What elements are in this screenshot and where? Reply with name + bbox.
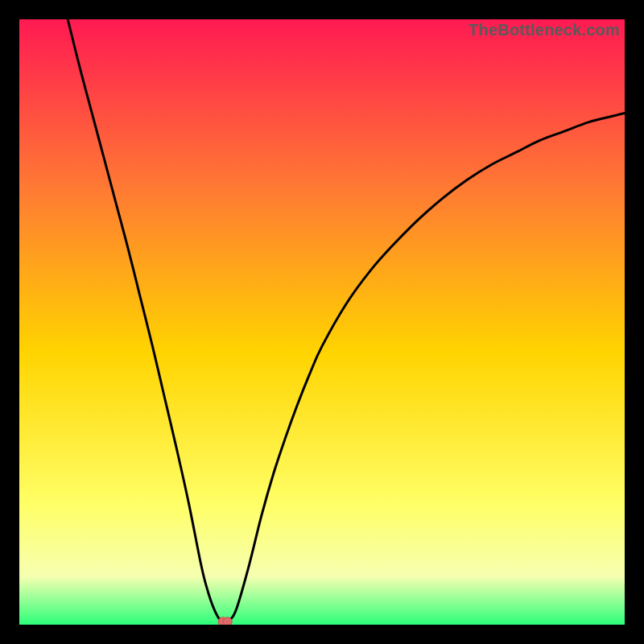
chart-frame: TheBottleneck.com bbox=[0, 0, 644, 644]
optimum-marker bbox=[218, 617, 232, 625]
gradient-background bbox=[19, 19, 625, 625]
plot-area: TheBottleneck.com bbox=[19, 19, 625, 625]
bottleneck-curve-chart bbox=[19, 19, 625, 625]
svg-point-1 bbox=[223, 617, 232, 625]
watermark-text: TheBottleneck.com bbox=[469, 21, 620, 39]
